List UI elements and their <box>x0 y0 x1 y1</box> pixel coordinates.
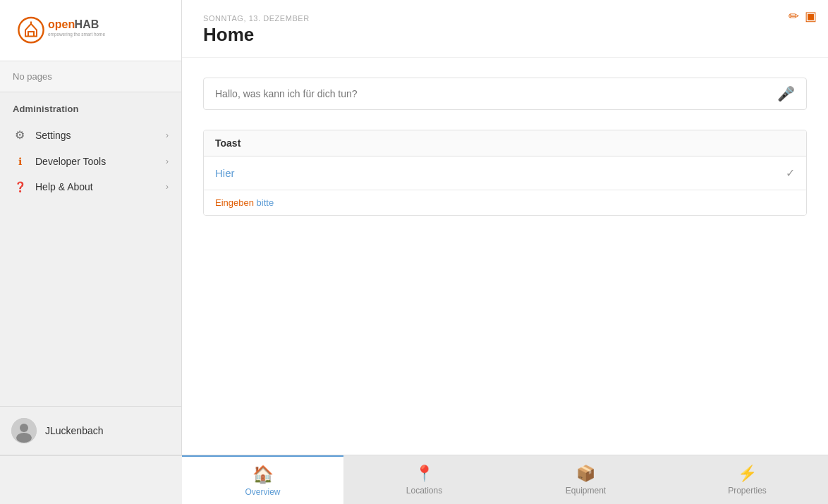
microphone-icon[interactable]: 🎤 <box>777 85 795 102</box>
search-input[interactable] <box>215 88 777 99</box>
openhab-logo: open HAB empowering the smart home <box>14 13 127 48</box>
sidebar-item-help-about[interactable]: ❓ Help & About › <box>0 174 181 199</box>
help-icon: ❓ <box>13 181 27 192</box>
toast-check-icon: ✓ <box>786 166 795 180</box>
locations-label: Locations <box>406 486 442 496</box>
bottom-nav: 🏠 Overview 📍 Locations 📦 Equipment ⚡ Pro… <box>0 455 828 504</box>
toast-error-part1: Eingeben <box>215 197 254 208</box>
sidebar: open HAB empowering the smart home No pa… <box>0 0 182 455</box>
nav-item-locations[interactable]: 📍 Locations <box>343 455 505 504</box>
properties-label: Properties <box>728 486 767 496</box>
main-body: 🎤 Toast Hier ✓ Eingeben bitte <box>182 58 828 455</box>
admin-section: Administration ⚙ Settings › ℹ Developer … <box>0 92 181 406</box>
toast-error-part2: bitte <box>257 197 274 208</box>
overview-home-icon: 🏠 <box>252 465 274 484</box>
nav-sidebar-space <box>0 455 182 504</box>
layout-icon[interactable]: ▣ <box>805 8 817 24</box>
edit-icon[interactable]: ✏ <box>789 8 799 24</box>
page-title: Home <box>203 24 807 46</box>
equipment-box-icon: 📦 <box>576 465 595 483</box>
svg-text:open: open <box>48 18 75 30</box>
username-label: JLuckenbach <box>45 425 104 436</box>
developer-tools-icon: ℹ <box>13 156 27 167</box>
settings-icon: ⚙ <box>13 128 27 142</box>
sidebar-item-settings[interactable]: ⚙ Settings › <box>0 121 181 149</box>
nav-item-properties[interactable]: ⚡ Properties <box>666 455 828 504</box>
help-about-label: Help & About <box>35 181 157 192</box>
overview-label: Overview <box>245 487 280 497</box>
top-toolbar: ✏ ▣ <box>789 8 817 24</box>
svg-text:empowering the smart home: empowering the smart home <box>48 32 105 37</box>
toast-card: Toast Hier ✓ Eingeben bitte <box>203 130 807 216</box>
developer-tools-label: Developer Tools <box>35 156 157 167</box>
no-pages-label: No pages <box>0 61 181 92</box>
svg-text:HAB: HAB <box>75 18 99 30</box>
toast-item-text: Hier <box>215 167 786 179</box>
date-label: SONNTAG, 13. DEZEMBER <box>203 14 807 23</box>
sidebar-item-developer-tools[interactable]: ℹ Developer Tools › <box>0 149 181 174</box>
logo-area: open HAB empowering the smart home <box>0 0 181 61</box>
toast-header: Toast <box>204 130 806 156</box>
svg-point-0 <box>18 18 43 42</box>
toast-item: Hier ✓ <box>204 156 806 190</box>
toast-error: Eingeben bitte <box>204 190 806 215</box>
app-container: open HAB empowering the smart home No pa… <box>0 0 828 455</box>
locations-pin-icon: 📍 <box>415 465 434 483</box>
main-header: SONNTAG, 13. DEZEMBER Home <box>182 0 828 58</box>
avatar-icon <box>11 418 37 443</box>
search-container: 🎤 <box>203 78 807 110</box>
admin-section-label: Administration <box>0 104 181 121</box>
avatar <box>11 418 37 443</box>
svg-point-7 <box>16 433 32 443</box>
developer-tools-chevron-icon: › <box>166 156 169 166</box>
nav-item-overview[interactable]: 🏠 Overview <box>182 455 343 504</box>
nav-item-equipment[interactable]: 📦 Equipment <box>505 455 666 504</box>
svg-point-6 <box>20 424 28 432</box>
help-about-chevron-icon: › <box>166 182 169 192</box>
main-content: SONNTAG, 13. DEZEMBER Home 🎤 Toast Hier … <box>182 0 828 455</box>
user-area: JLuckenbach <box>0 406 181 455</box>
equipment-label: Equipment <box>566 486 606 496</box>
properties-bolt-icon: ⚡ <box>738 465 757 483</box>
settings-label: Settings <box>35 130 157 141</box>
settings-chevron-icon: › <box>166 130 169 140</box>
